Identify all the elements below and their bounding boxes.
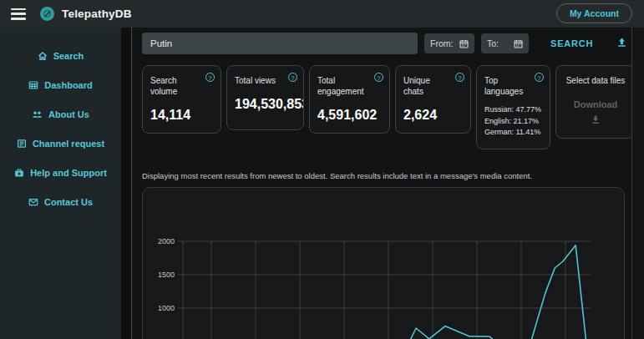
results-info-text: Displaying most recent results from newe…: [142, 171, 631, 180]
stat-card-title: Total views: [235, 75, 297, 86]
request-icon: [17, 139, 27, 149]
mail-icon: [28, 197, 38, 207]
search-row: From: To: SEARCH: [142, 33, 631, 54]
help-icon[interactable]: ?: [535, 73, 544, 82]
stat-card-title: Total engagement: [317, 75, 383, 97]
language-line: German: 11.41%: [484, 127, 543, 139]
chart-card: 500100015002000: [142, 187, 625, 339]
stat-card-title: Search volume: [150, 75, 214, 97]
download-icon[interactable]: [564, 113, 627, 128]
stat-card-value: 4,591,602: [317, 108, 383, 123]
sidebar-item-label: Help and Support: [30, 168, 107, 178]
scrollbar-track[interactable]: [631, 28, 644, 339]
app-logo-icon: [40, 7, 54, 21]
app-title: TelepathyDB: [62, 8, 132, 20]
search-input[interactable]: [142, 33, 418, 54]
stat-card-data-files: Select data files Download: [555, 65, 635, 139]
stat-card-top-languages: Top languages ? Russian: 47.77% English:…: [476, 65, 550, 149]
stat-card-unique-chats: Unique chats ? 2,624: [395, 65, 471, 134]
stat-card-value: 14,114: [150, 108, 214, 123]
sidebar-item-about-us[interactable]: About Us: [0, 108, 121, 121]
menu-icon[interactable]: [11, 8, 26, 20]
language-line: English: 21.17%: [484, 116, 543, 128]
help-icon[interactable]: ?: [374, 73, 383, 82]
svg-text:2000: 2000: [158, 237, 175, 245]
calendar-icon: [514, 39, 523, 48]
sidebar-item-label: Dashboard: [44, 80, 92, 90]
sidebar-item-help-support[interactable]: Help and Support: [0, 166, 121, 180]
sidebar-item-channel-request[interactable]: Channel request: [0, 137, 121, 150]
sidebar-item-dashboard[interactable]: Dashboard: [0, 78, 121, 92]
table-icon: [28, 80, 38, 90]
sidebar-item-search[interactable]: Search: [0, 49, 121, 63]
stat-card-search-volume: Search volume ? 14,114: [142, 65, 221, 134]
help-icon[interactable]: ?: [288, 73, 297, 82]
sidebar-item-label: Search: [53, 51, 84, 61]
help-icon[interactable]: ?: [455, 73, 464, 82]
calendar-icon: [459, 39, 469, 48]
sidebar-item-label: About Us: [48, 109, 89, 119]
date-from-label: From:: [430, 38, 453, 48]
users-icon: [32, 109, 43, 119]
date-to-field[interactable]: To:: [481, 33, 529, 53]
help-icon[interactable]: ?: [205, 73, 215, 82]
svg-text:1000: 1000: [158, 304, 175, 312]
top-bar: TelepathyDB My Account: [0, 0, 644, 28]
sidebar-item-label: Contact Us: [44, 197, 93, 207]
stat-card-value: 2,624: [403, 108, 464, 123]
language-breakdown: Russian: 47.77% English: 21.17% German: …: [484, 104, 543, 139]
date-to-label: To:: [487, 38, 499, 48]
main-content: From: To: SEARCH Search volume: [132, 28, 631, 339]
upload-button[interactable]: [615, 35, 629, 52]
home-icon: [38, 51, 48, 61]
sidebar-item-label: Channel request: [33, 139, 104, 149]
stat-card-total-views: Total views ? 194,530,853: [226, 65, 304, 130]
language-line: Russian: 47.77%: [484, 104, 543, 116]
svg-text:1500: 1500: [158, 271, 175, 279]
stats-row: Search volume ? 14,114 Total views ? 194…: [142, 65, 631, 149]
search-button[interactable]: SEARCH: [550, 38, 593, 48]
sidebar: Search Dashboard About Us Channel reques…: [0, 28, 121, 339]
line-chart: 500100015002000: [143, 188, 624, 339]
sidebar-item-contact-us[interactable]: Contact Us: [0, 195, 121, 209]
upload-icon: [616, 37, 627, 48]
stat-card-value: 194,530,853: [235, 97, 297, 112]
stat-card-total-engagement: Total engagement ? 4,591,602: [309, 65, 390, 134]
my-account-button[interactable]: My Account: [556, 3, 632, 23]
download-button[interactable]: Download: [564, 99, 627, 109]
stat-card-title: Select data files: [564, 75, 627, 86]
support-icon: [14, 168, 24, 178]
date-from-field[interactable]: From:: [424, 33, 474, 53]
